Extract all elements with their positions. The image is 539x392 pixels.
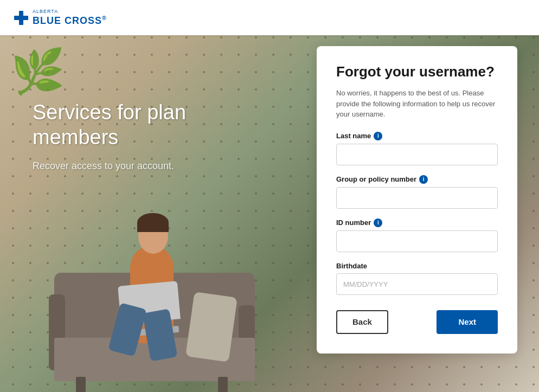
- form-card: Forgot your username? No worries, it hap…: [317, 46, 517, 354]
- cross-logo-icon: [13, 10, 29, 26]
- id-number-input[interactable]: [336, 230, 498, 252]
- group-policy-label: Group or policy number i: [336, 175, 498, 184]
- form-actions: Back Next: [336, 310, 498, 334]
- birthdate-input[interactable]: [336, 273, 498, 295]
- id-number-info-icon[interactable]: i: [374, 219, 382, 227]
- form-title: Forgot your username?: [336, 63, 498, 80]
- group-policy-group: Group or policy number i: [336, 175, 498, 209]
- logo: ALBERTA BLUE CROSS®: [13, 9, 107, 27]
- logo-blue-cross-text: BLUE CROSS®: [33, 15, 107, 27]
- form-description: No worries, it happens to the best of us…: [336, 88, 498, 120]
- couch-leg-right: [218, 377, 228, 392]
- logo-text-group: ALBERTA BLUE CROSS®: [33, 9, 107, 27]
- person-hair: [137, 213, 169, 232]
- next-button[interactable]: Next: [437, 310, 498, 334]
- couch-leg-left: [76, 377, 86, 392]
- back-button[interactable]: Back: [336, 310, 388, 334]
- header: ALBERTA BLUE CROSS®: [0, 0, 539, 35]
- id-number-group: ID number i: [336, 219, 498, 252]
- hero-heading: Services for plan members: [33, 100, 186, 150]
- id-number-label: ID number i: [336, 219, 498, 227]
- logo-alberta-text: ALBERTA: [33, 9, 107, 15]
- last-name-input[interactable]: [336, 144, 498, 165]
- plant-left-decoration: 🌿: [11, 46, 65, 97]
- last-name-group: Last name i: [336, 132, 498, 165]
- last-name-label: Last name i: [336, 132, 498, 140]
- blanket-decoration: [185, 292, 238, 362]
- group-policy-info-icon[interactable]: i: [419, 175, 428, 184]
- hero-subtext: Recover access to your account.: [33, 160, 186, 172]
- svg-rect-1: [14, 16, 28, 20]
- last-name-info-icon[interactable]: i: [374, 132, 382, 140]
- hero-text: Services for plan members Recover access…: [33, 100, 186, 172]
- group-policy-input[interactable]: [336, 187, 498, 209]
- birthdate-label: Birthdate: [336, 262, 498, 270]
- main-content: 🌿 🪴 Services for plan members Recover ac…: [0, 35, 539, 392]
- birthdate-group: Birthdate: [336, 262, 498, 295]
